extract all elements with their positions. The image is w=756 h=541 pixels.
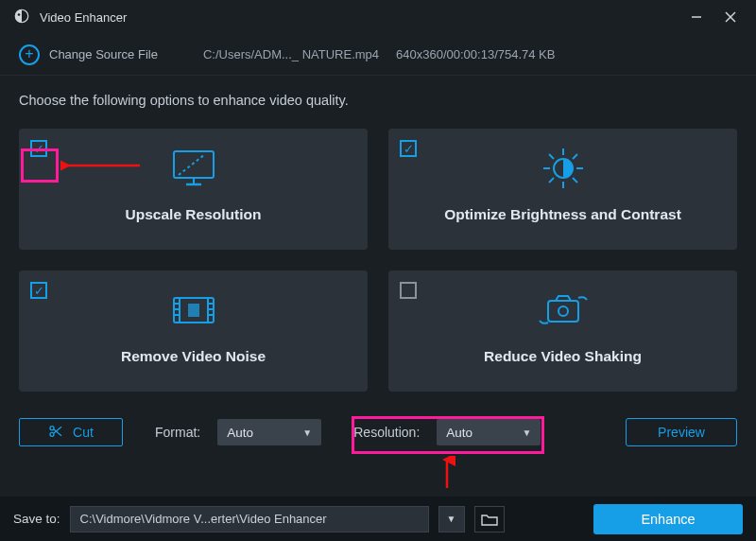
- enhance-button[interactable]: Enhance: [593, 504, 743, 534]
- footer-bar: Save to: C:\Vidmore\Vidmore V...erter\Vi…: [0, 496, 756, 541]
- source-file-row: Change Source File C:/Users/ADM..._ NATU…: [0, 34, 756, 76]
- format-value: Auto: [227, 426, 253, 440]
- enhance-label: Enhance: [641, 512, 695, 527]
- card-label: Remove Video Noise: [121, 348, 266, 365]
- format-select[interactable]: Auto ▼: [217, 419, 321, 445]
- resolution-select[interactable]: Auto ▼: [437, 419, 541, 445]
- save-path-field[interactable]: C:\Vidmore\Vidmore V...erter\Video Enhan…: [70, 506, 429, 532]
- main-panel: Choose the following options to enhance …: [0, 76, 756, 446]
- options-grid: ✓ Upscale Resolution ✓: [19, 129, 737, 392]
- card-label: Optimize Brightness and Contrast: [444, 206, 681, 223]
- resolution-value: Auto: [446, 426, 472, 440]
- checkbox-noise[interactable]: ✓: [30, 282, 47, 299]
- app-title: Video Enhancer: [40, 10, 127, 25]
- svg-line-15: [573, 178, 577, 183]
- card-remove-noise[interactable]: ✓ Remove Video Noise: [19, 270, 368, 392]
- card-label: Reduce Video Shaking: [484, 348, 642, 365]
- chevron-down-icon: ▼: [447, 514, 456, 524]
- preview-button[interactable]: Preview: [626, 418, 737, 446]
- save-to-label: Save to:: [13, 512, 60, 526]
- sun-contrast-icon: [537, 142, 590, 195]
- scissors-icon: [48, 424, 63, 442]
- minimize-button[interactable]: [684, 5, 709, 29]
- svg-rect-28: [548, 301, 578, 322]
- plus-circle-icon: [19, 44, 40, 65]
- svg-point-29: [558, 306, 568, 316]
- checkbox-upscale[interactable]: ✓: [30, 140, 47, 157]
- change-source-label: Change Source File: [49, 47, 158, 61]
- svg-line-14: [549, 154, 554, 159]
- film-noise-icon: [166, 284, 221, 337]
- close-button[interactable]: [718, 5, 743, 29]
- monitor-icon: [167, 142, 220, 195]
- instruction-text: Choose the following options to enhance …: [19, 93, 737, 108]
- card-optimize-brightness[interactable]: ✓ Optimize Brightness and Contrast: [388, 129, 737, 250]
- svg-line-16: [573, 154, 577, 159]
- svg-rect-21: [188, 304, 199, 317]
- source-file-path: C:/Users/ADM..._ NATURE.mp4: [203, 47, 379, 61]
- preview-label: Preview: [658, 425, 705, 440]
- chevron-down-icon: ▼: [302, 428, 312, 438]
- folder-icon: [481, 513, 498, 526]
- card-label: Upscale Resolution: [126, 206, 262, 223]
- cut-label: Cut: [73, 425, 94, 440]
- svg-line-17: [549, 178, 554, 183]
- resolution-label: Resolution:: [353, 425, 420, 440]
- app-icon: [13, 8, 30, 27]
- checkbox-brightness[interactable]: ✓: [400, 140, 417, 157]
- change-source-button[interactable]: Change Source File: [19, 44, 158, 65]
- svg-point-30: [50, 426, 54, 429]
- checkbox-shaking[interactable]: ✓: [400, 282, 417, 299]
- save-path-value: C:\Vidmore\Vidmore V...erter\Video Enhan…: [80, 512, 327, 526]
- card-upscale-resolution[interactable]: ✓ Upscale Resolution: [19, 129, 368, 250]
- chevron-down-icon: ▼: [522, 428, 531, 438]
- controls-row: Cut Format: Auto ▼ Resolution: Auto ▼ Pr…: [19, 418, 737, 446]
- svg-point-1: [18, 13, 21, 16]
- cut-button[interactable]: Cut: [19, 418, 123, 446]
- title-bar: Video Enhancer: [0, 0, 756, 34]
- annotation-arrow-resolution: [438, 456, 455, 490]
- browse-folder-button[interactable]: [474, 506, 505, 532]
- svg-line-6: [179, 154, 205, 175]
- card-reduce-shaking[interactable]: ✓ Reduce Video Shaking: [388, 270, 737, 392]
- camera-shake-icon: [535, 284, 592, 337]
- save-path-dropdown[interactable]: ▼: [438, 506, 465, 532]
- source-file-info: 640x360/00:00:13/754.74 KB: [396, 47, 555, 61]
- svg-point-31: [50, 432, 54, 436]
- format-label: Format:: [155, 425, 200, 440]
